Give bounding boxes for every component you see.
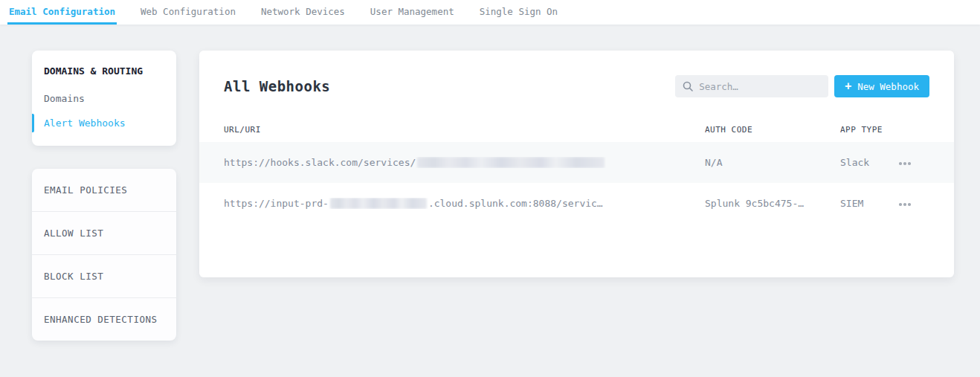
auth-code-cell: N/A: [705, 157, 840, 168]
redacted-url-segment: [417, 157, 605, 168]
domains-routing-card: DOMAINS & ROUTING Domains Alert Webhooks: [32, 51, 176, 146]
domains-routing-heading: DOMAINS & ROUTING: [32, 65, 176, 77]
sidebar-item-block-list[interactable]: BLOCK LIST: [32, 255, 176, 298]
url-cell: https://hooks.slack.com/services/: [224, 157, 705, 168]
webhooks-panel: All Webhooks + New Webhook URL/URI AUTH …: [199, 51, 954, 277]
new-webhook-button[interactable]: + New Webhook: [834, 75, 929, 97]
sidebar-item-label: Domains: [44, 93, 85, 104]
tab-email-configuration[interactable]: Email Configuration: [7, 0, 117, 25]
row-actions-menu-icon[interactable]: [897, 158, 912, 170]
url-text: .cloud.splunk.com:8088/servic…: [428, 198, 603, 209]
search-icon: [683, 81, 693, 91]
sidebar-item-enhanced-detections[interactable]: ENHANCED DETECTIONS: [32, 298, 176, 341]
url-cell: https://input-prd- .cloud.splunk.com:808…: [224, 198, 705, 209]
search-input[interactable]: [699, 81, 821, 92]
page-title: All Webhooks: [224, 78, 330, 94]
app-type-cell: Slack: [840, 157, 897, 168]
url-text: https://input-prd-: [224, 198, 329, 209]
sidebar: DOMAINS & ROUTING Domains Alert Webhooks…: [32, 51, 176, 341]
redacted-url-segment: [330, 198, 427, 209]
search-box[interactable]: [675, 75, 828, 97]
row-actions-menu-icon[interactable]: [897, 199, 912, 210]
column-header-url: URL/URI: [224, 125, 705, 135]
panel-header: All Webhooks + New Webhook: [199, 51, 954, 117]
sidebar-item-domains[interactable]: Domains: [32, 89, 176, 108]
sidebar-item-label: Alert Webhooks: [44, 117, 126, 129]
sidebar-sections-card: EMAIL POLICIES ALLOW LIST BLOCK LIST ENH…: [32, 169, 176, 341]
column-header-auth-code: AUTH CODE: [705, 125, 840, 135]
tab-user-management[interactable]: User Management: [369, 0, 456, 25]
sidebar-item-email-policies[interactable]: EMAIL POLICIES: [32, 169, 176, 212]
url-text: https://hooks.slack.com/services/: [224, 157, 416, 168]
column-header-app-type: APP TYPE: [840, 125, 897, 135]
tab-single-sign-on[interactable]: Single Sign On: [478, 0, 559, 25]
app-type-cell: SIEM: [840, 198, 897, 209]
tab-web-configuration[interactable]: Web Configuration: [139, 0, 237, 25]
panel-actions: + New Webhook: [675, 75, 929, 97]
sidebar-item-alert-webhooks[interactable]: Alert Webhooks: [32, 114, 176, 132]
auth-code-cell: Splunk 9c5bc475-…: [705, 198, 840, 209]
tab-network-devices[interactable]: Network Devices: [259, 0, 346, 25]
table-row[interactable]: https://input-prd- .cloud.splunk.com:808…: [199, 183, 954, 224]
sidebar-item-allow-list[interactable]: ALLOW LIST: [32, 212, 176, 255]
top-navigation: Email Configuration Web Configuration Ne…: [0, 0, 980, 25]
plus-icon: +: [845, 81, 851, 92]
table-header-row: URL/URI AUTH CODE APP TYPE: [199, 117, 954, 142]
new-webhook-button-label: New Webhook: [857, 81, 919, 92]
content-area: DOMAINS & ROUTING Domains Alert Webhooks…: [0, 25, 980, 341]
active-indicator-bar: [32, 114, 34, 132]
table-row[interactable]: https://hooks.slack.com/services/ N/A Sl…: [199, 142, 954, 183]
